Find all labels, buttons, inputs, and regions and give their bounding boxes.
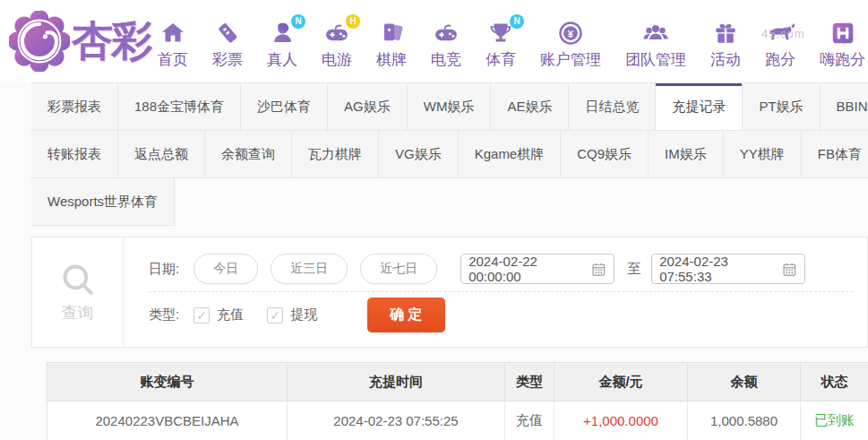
nav-item-paofen[interactable]: 跑分 [765, 13, 795, 70]
col-header-status: 状态 [801, 363, 868, 401]
col-header-type: 类型 [505, 363, 554, 401]
nav-item-hi-paofen[interactable]: 嗨跑分 [820, 13, 865, 70]
nav-badge-n2: N [510, 14, 524, 29]
nav-item-esports[interactable]: 电竞 [431, 13, 461, 70]
checkbox-check-icon: ✓ [267, 307, 283, 324]
nav-item-promo[interactable]: 活动 [710, 13, 741, 70]
table-row: 20240223VBCBEIJAHA 2024-02-23 07:55:25 充… [47, 401, 868, 440]
calendar-icon [591, 262, 606, 277]
nav-item-cards[interactable]: 棋牌 [376, 13, 407, 70]
quick-range-7days-button[interactable]: 近七日 [360, 254, 437, 284]
date-to-value: 2024-02-23 07:55:33 [659, 254, 782, 284]
tab-saba-sports[interactable]: 沙巴体育 [240, 82, 328, 130]
filter-panel: 查询 日期: 今日 近三日 近七日 2024-02-22 00:00:00 至 [31, 237, 868, 348]
esports-gamepad-icon [431, 19, 461, 47]
date-label: 日期: [149, 261, 179, 278]
date-from-value: 2024-02-22 00:00:00 [468, 254, 591, 284]
cell-balance: 1,000.5880 [688, 401, 801, 440]
col-header-time: 充提时间 [288, 363, 505, 401]
quick-range-today-button[interactable]: 今日 [193, 254, 258, 284]
cards-icon [376, 19, 407, 47]
date-from-input[interactable]: 2024-02-22 00:00:00 [460, 254, 614, 284]
cell-status: 已到账 [801, 401, 868, 440]
nav-item-home[interactable]: 首页 [158, 13, 188, 70]
tab-ag[interactable]: AG娱乐 [327, 82, 408, 130]
search-icon [59, 261, 97, 298]
tab-row-3: Wesports世界体育 [31, 177, 868, 226]
nav-item-live[interactable]: N 真人 [267, 13, 297, 70]
confirm-button[interactable]: 确 定 [367, 298, 444, 332]
tab-wm[interactable]: WM娱乐 [407, 82, 492, 130]
quick-range-3days-button[interactable]: 近三日 [271, 254, 348, 284]
date-to-input[interactable]: 2024-02-23 07:55:33 [651, 254, 805, 284]
gift-icon [710, 19, 741, 47]
tab-rebate-total[interactable]: 返点总额 [117, 130, 205, 177]
nav-item-team[interactable]: 团队管理 [625, 13, 686, 70]
main-nav: 首页 彩票 N 真人 H 电游 棋牌 [158, 13, 865, 70]
type-checkbox-withdraw[interactable]: ✓ 提现 [267, 306, 317, 324]
filter-body: 日期: 今日 近三日 近七日 2024-02-22 00:00:00 至 202… [124, 237, 867, 347]
col-header-balance: 余额 [688, 363, 801, 401]
person-icon: N [267, 19, 297, 47]
type-filter-row: 类型: ✓ 充值 ✓ 提现 确 定 [149, 292, 853, 338]
tab-row-2: 转账报表 返点总额 余额查询 瓦力棋牌 VG娱乐 Kgame棋牌 CQ9娱乐 I… [31, 130, 868, 177]
tab-vg[interactable]: VG娱乐 [378, 130, 459, 177]
tab-ae[interactable]: AE娱乐 [490, 82, 569, 130]
tab-188-sports[interactable]: 188金宝博体育 [117, 82, 241, 130]
coin-yuan-icon: ¥ [555, 19, 586, 47]
query-column[interactable]: 查询 [32, 237, 124, 347]
rhino-icon [765, 19, 795, 47]
nav-item-egames[interactable]: H 电游 [322, 13, 352, 70]
col-header-record-id: 账变编号 [47, 363, 288, 401]
brand-logo[interactable]: 杏彩 [9, 11, 150, 72]
nav-badge-h: H [346, 14, 360, 29]
date-range-to-label: 至 [627, 261, 640, 278]
svg-text:¥: ¥ [568, 28, 574, 39]
hi-paofen-icon [828, 19, 858, 47]
tab-bbin[interactable]: BBIN [820, 82, 868, 130]
tab-fb-sports[interactable]: FB体育 [801, 130, 868, 177]
query-label: 查询 [62, 302, 94, 324]
nav-item-account[interactable]: ¥ 账户管理 [540, 13, 601, 70]
calendar-icon [782, 262, 797, 277]
tab-lottery-report[interactable]: 彩票报表 [31, 82, 118, 130]
tab-row-1: 彩票报表 188金宝博体育 沙巴体育 AG娱乐 WM娱乐 AE娱乐 日结总览 充… [31, 82, 868, 130]
tab-wesports[interactable]: Wesports世界体育 [31, 178, 175, 226]
date-filter-row: 日期: 今日 近三日 近七日 2024-02-22 00:00:00 至 202… [149, 246, 853, 292]
home-icon [158, 19, 188, 47]
tab-yy-cards[interactable]: YY棋牌 [723, 130, 802, 177]
table-header-row: 账变编号 充提时间 类型 金额/元 余额 状态 [47, 363, 868, 401]
cell-time: 2024-02-23 07:55:25 [288, 401, 505, 440]
nav-item-sports[interactable]: N 体育 [486, 13, 516, 70]
nav-badge-n: N [291, 14, 305, 29]
cell-amount: +1,000.0000 [554, 401, 688, 440]
report-tabs: 彩票报表 188金宝博体育 沙巴体育 AG娱乐 WM娱乐 AE娱乐 日结总览 充… [31, 82, 868, 226]
trophy-icon: N [486, 19, 516, 47]
tab-daily-summary[interactable]: 日结总览 [568, 82, 656, 130]
tab-kgame[interactable]: Kgame棋牌 [458, 130, 562, 177]
tab-pt[interactable]: PT娱乐 [742, 82, 820, 130]
checkbox-check-icon: ✓ [193, 307, 210, 324]
gamepad-icon: H [322, 19, 352, 47]
tab-transfer-report[interactable]: 转账报表 [31, 130, 118, 177]
team-people-icon [640, 19, 671, 47]
tab-cq9[interactable]: CQ9娱乐 [560, 130, 649, 177]
flower-logo-icon [9, 11, 70, 72]
ticket-icon [212, 19, 243, 47]
type-checkbox-deposit[interactable]: ✓ 充值 [193, 306, 244, 324]
brand-name: 杏彩 [72, 13, 150, 69]
tab-deposit-withdraw-records[interactable]: 充提记录 [655, 82, 743, 130]
top-nav: 杏彩 首页 彩票 N 真人 H 电游 [0, 0, 868, 82]
type-label: 类型: [149, 306, 179, 324]
cell-type: 充值 [505, 401, 554, 440]
records-table: 账变编号 充提时间 类型 金额/元 余额 状态 20240223VBCBEIJA… [47, 362, 868, 440]
tab-wali-cards[interactable]: 瓦力棋牌 [291, 130, 379, 177]
cell-record-id: 20240223VBCBEIJAHA [47, 401, 288, 440]
tab-balance-query[interactable]: 余额查询 [204, 130, 292, 177]
tab-im[interactable]: IM娱乐 [648, 130, 724, 177]
nav-item-lottery[interactable]: 彩票 [212, 13, 243, 70]
col-header-amount: 金额/元 [554, 363, 688, 401]
